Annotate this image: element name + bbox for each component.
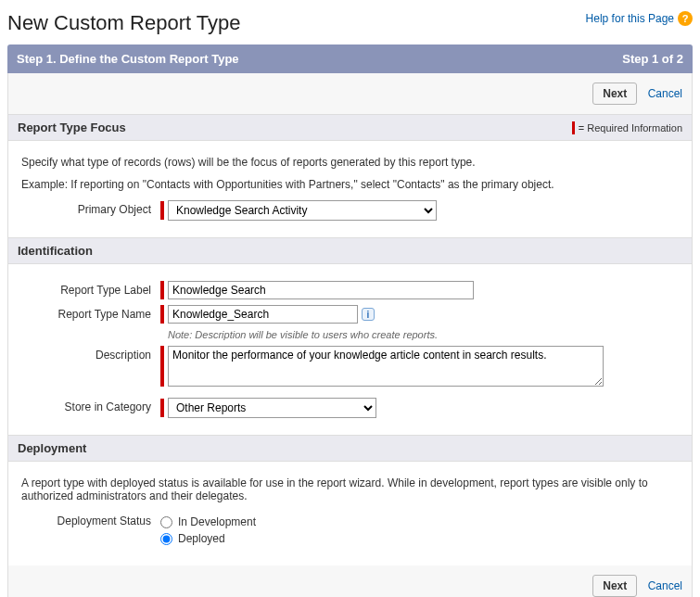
section-heading-deployment: Deployment xyxy=(18,441,86,455)
cancel-link[interactable]: Cancel xyxy=(648,87,682,100)
report-type-label-input[interactable] xyxy=(168,281,474,299)
deployment-status-label: Deployment Status xyxy=(21,512,160,527)
button-row-bottom: Next Cancel xyxy=(8,565,692,597)
required-marker xyxy=(160,399,164,417)
deployment-instruction: A report type with deployed status is av… xyxy=(21,476,679,502)
next-button[interactable]: Next xyxy=(592,83,637,105)
help-link-text: Help for this Page xyxy=(586,12,674,25)
required-marker xyxy=(160,281,164,299)
button-row-top: Next Cancel xyxy=(8,73,692,114)
primary-object-select[interactable]: Knowledge Search Activity xyxy=(168,200,437,221)
next-button[interactable]: Next xyxy=(592,575,637,597)
radio-deployed[interactable] xyxy=(160,533,172,545)
radio-in-development[interactable] xyxy=(160,516,172,528)
section-header-deployment: Deployment xyxy=(8,435,692,462)
section-header-focus: Report Type Focus = Required Information xyxy=(8,114,692,141)
primary-object-label: Primary Object xyxy=(21,200,160,216)
radio-label-deployed: Deployed xyxy=(178,532,225,545)
page-title: New Custom Report Type xyxy=(7,11,240,35)
focus-instruction-1: Specify what type of records (rows) will… xyxy=(21,156,679,169)
description-note: Note: Description will be visible to use… xyxy=(168,329,679,340)
focus-instruction-2: Example: If reporting on "Contacts with … xyxy=(21,178,679,191)
required-bar-icon xyxy=(572,121,575,134)
section-header-identification: Identification xyxy=(8,237,692,264)
help-icon: ? xyxy=(678,11,693,26)
required-text: = Required Information xyxy=(579,122,682,133)
required-marker xyxy=(160,346,164,387)
category-select[interactable]: Other Reports xyxy=(168,398,376,418)
required-marker xyxy=(160,201,164,220)
description-label: Description xyxy=(21,346,160,362)
step-title: Step 1. Define the Custom Report Type xyxy=(17,52,239,66)
info-icon[interactable]: i xyxy=(362,308,375,321)
description-textarea[interactable] xyxy=(168,346,604,387)
report-type-name-input[interactable] xyxy=(168,305,358,324)
section-heading-identification: Identification xyxy=(18,244,93,258)
required-marker xyxy=(160,305,164,324)
step-bar: Step 1. Define the Custom Report Type St… xyxy=(7,44,693,73)
required-legend: = Required Information xyxy=(572,121,682,134)
help-link[interactable]: Help for this Page ? xyxy=(586,11,693,26)
radio-label-in-development: In Development xyxy=(178,515,256,528)
cancel-link[interactable]: Cancel xyxy=(648,579,682,592)
report-type-label-label: Report Type Label xyxy=(21,281,160,297)
step-count: Step 1 of 2 xyxy=(622,52,683,66)
report-type-name-label: Report Type Name xyxy=(21,305,160,321)
category-label: Store in Category xyxy=(21,398,160,413)
section-heading-focus: Report Type Focus xyxy=(18,121,126,134)
